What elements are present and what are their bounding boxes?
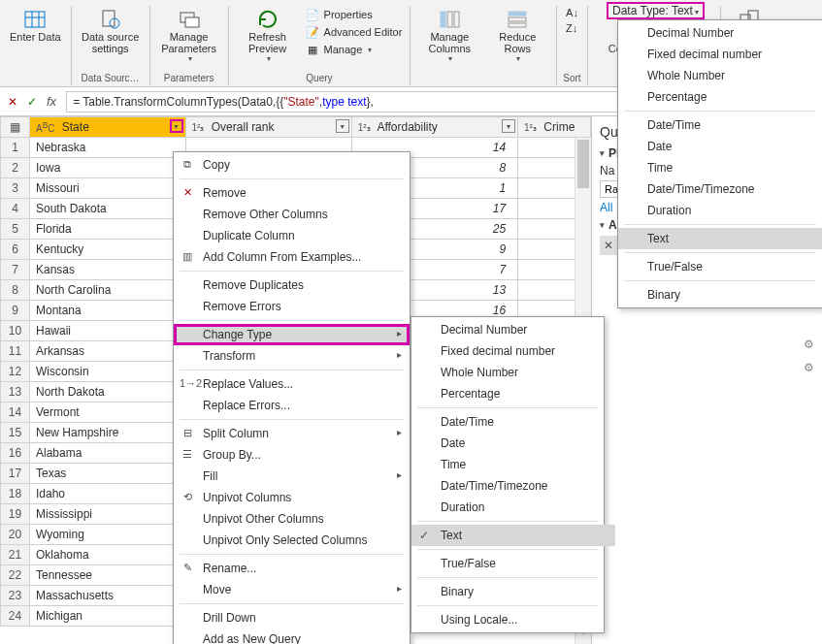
reduce-rows-button[interactable]: Reduce Rows	[484, 6, 550, 65]
column-header-overall-rank[interactable]: 1²₃ Overall rank ▼	[185, 117, 351, 138]
type-truefalse[interactable]: True/False	[411, 553, 615, 574]
menu-move[interactable]: Move	[174, 579, 410, 600]
advanced-editor-button[interactable]: 📝Advanced Editor	[303, 23, 405, 41]
menu-drill[interactable]: Drill Down	[174, 607, 410, 628]
dt-date[interactable]: Date	[618, 136, 822, 157]
cell-state[interactable]: South Dakota	[29, 199, 185, 219]
column-header-state[interactable]: ABC State ▼	[29, 117, 185, 138]
cell-state[interactable]: Massachusetts	[29, 586, 185, 606]
menu-duplicate[interactable]: Duplicate Column	[174, 225, 410, 246]
cell-state[interactable]: Alabama	[29, 443, 185, 464]
row-number[interactable]: 6	[1, 240, 30, 260]
cell-state[interactable]: Texas	[29, 464, 185, 484]
menu-group-by[interactable]: ☰Group By...	[174, 444, 410, 466]
dt-time[interactable]: Time	[618, 157, 822, 178]
cell-state[interactable]: Wisconsin	[29, 362, 185, 382]
menu-add-query[interactable]: Add as New Query	[174, 628, 410, 644]
column-dropdown-rank[interactable]: ▼	[336, 119, 349, 133]
row-number[interactable]: 12	[1, 362, 30, 382]
dt-duration[interactable]: Duration	[618, 200, 822, 221]
column-header-affordability[interactable]: 1²₃ Affordability ▼	[351, 117, 517, 138]
all-properties-link[interactable]: All	[600, 201, 612, 214]
cell-state[interactable]: Kansas	[29, 260, 185, 280]
row-number[interactable]: 24	[1, 606, 30, 627]
row-number[interactable]: 22	[1, 565, 30, 586]
fx-icon[interactable]: fx	[47, 94, 56, 109]
menu-fill[interactable]: Fill	[174, 466, 410, 487]
cell-state[interactable]: Florida	[29, 219, 185, 240]
gear-icon[interactable]: ⚙	[804, 361, 814, 374]
menu-add-examples[interactable]: ▥Add Column From Examples...	[174, 246, 410, 268]
properties-button[interactable]: 📄Properties	[303, 6, 405, 23]
type-locale[interactable]: Using Locale...	[411, 609, 615, 630]
dt-fixed[interactable]: Fixed decimal number	[618, 44, 822, 65]
menu-remove-err[interactable]: Remove Errors	[174, 296, 410, 317]
cell-state[interactable]: North Dakota	[29, 382, 185, 402]
row-number[interactable]: 23	[1, 586, 30, 606]
row-number[interactable]: 9	[1, 301, 30, 321]
row-number[interactable]: 3	[1, 178, 30, 199]
dt-decimal[interactable]: Decimal Number	[618, 22, 822, 44]
gear-icon[interactable]: ⚙	[804, 338, 814, 351]
menu-remove-dup[interactable]: Remove Duplicates	[174, 274, 410, 296]
dt-binary[interactable]: Binary	[618, 284, 822, 306]
manage-columns-button[interactable]: Manage Columns	[416, 6, 482, 65]
row-number[interactable]: 21	[1, 545, 30, 565]
cell-state[interactable]: Hawaii	[29, 321, 185, 341]
cell-state[interactable]: Nebraska	[29, 138, 185, 158]
enter-data-button[interactable]: Enter Data	[6, 6, 65, 45]
menu-transform[interactable]: Transform	[174, 345, 410, 367]
row-number[interactable]: 11	[1, 341, 30, 362]
manage-parameters-button[interactable]: Manage Parameters	[156, 6, 222, 65]
menu-split-column[interactable]: ⊟Split Column	[174, 423, 410, 444]
column-dropdown-state[interactable]: ▼	[170, 119, 183, 133]
sort-desc-button[interactable]: Z↓	[564, 21, 580, 35]
menu-unpivot-sel[interactable]: Unpivot Only Selected Columns	[174, 530, 410, 551]
column-header-crime[interactable]: 1²₃ Crime	[518, 117, 591, 138]
row-number[interactable]: 17	[1, 464, 30, 484]
table-corner[interactable]: ▦	[1, 117, 30, 138]
cell-state[interactable]: Montana	[29, 301, 185, 321]
menu-copy[interactable]: ⧉Copy	[174, 154, 410, 176]
delete-step-icon[interactable]: ✕	[604, 239, 613, 252]
type-datetime[interactable]: Date/Time	[411, 411, 615, 433]
cell-state[interactable]: Michigan	[29, 606, 185, 627]
cell-state[interactable]: Kentucky	[29, 240, 185, 260]
menu-replace-errors[interactable]: Replace Errors...	[174, 395, 410, 416]
row-number[interactable]: 1	[1, 138, 30, 158]
type-whole[interactable]: Whole Number	[411, 362, 615, 383]
row-number[interactable]: 18	[1, 484, 30, 504]
close-icon[interactable]: ✕	[8, 95, 17, 109]
column-dropdown-affordability[interactable]: ▼	[502, 119, 515, 133]
menu-replace-values[interactable]: 1→2Replace Values...	[174, 373, 410, 395]
cell-state[interactable]: North Carolina	[29, 280, 185, 301]
type-duration[interactable]: Duration	[411, 497, 615, 518]
row-number[interactable]: 4	[1, 199, 30, 219]
dt-truefalse[interactable]: True/False	[618, 256, 822, 277]
dt-text[interactable]: Text	[618, 228, 822, 249]
menu-rename[interactable]: ✎Rename...	[174, 558, 410, 579]
cell-state[interactable]: Vermont	[29, 402, 185, 423]
row-number[interactable]: 7	[1, 260, 30, 280]
row-number[interactable]: 19	[1, 504, 30, 525]
type-text[interactable]: Text	[411, 525, 615, 546]
row-number[interactable]: 15	[1, 423, 30, 443]
data-type-dropdown[interactable]: Data Type: Text	[607, 2, 705, 19]
dt-whole[interactable]: Whole Number	[618, 65, 822, 86]
sort-asc-button[interactable]: A↓	[564, 6, 580, 19]
type-decimal[interactable]: Decimal Number	[411, 319, 615, 340]
menu-change-type[interactable]: Change Type	[174, 324, 410, 345]
cell-state[interactable]: New Hampshire	[29, 423, 185, 443]
refresh-preview-button[interactable]: Refresh Preview	[235, 6, 301, 65]
cell-state[interactable]: Iowa	[29, 158, 185, 178]
row-number[interactable]: 2	[1, 158, 30, 178]
menu-unpivot-other[interactable]: Unpivot Other Columns	[174, 508, 410, 530]
dt-dttz[interactable]: Date/Time/Timezone	[618, 178, 822, 200]
row-number[interactable]: 16	[1, 443, 30, 464]
data-source-settings-button[interactable]: Data source settings	[78, 6, 144, 56]
cell-state[interactable]: Idaho	[29, 484, 185, 504]
dt-datetime[interactable]: Date/Time	[618, 114, 822, 136]
cell-state[interactable]: Oklahoma	[29, 545, 185, 565]
row-number[interactable]: 13	[1, 382, 30, 402]
cell-state[interactable]: Missouri	[29, 178, 185, 199]
